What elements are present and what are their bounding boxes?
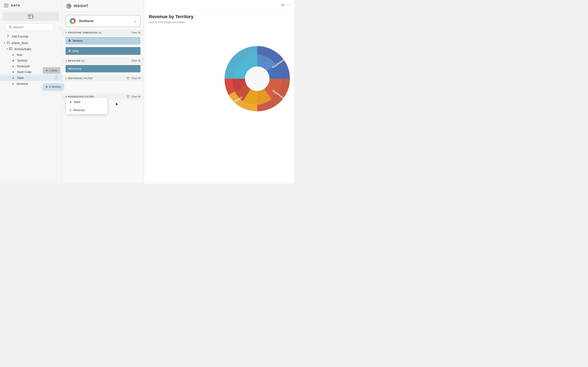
revenue-measure-chip[interactable]: # Revenue <box>66 65 140 72</box>
field-territory[interactable]: A Territory <box>0 58 62 63</box>
chevron-down-icon: ▾ <box>4 42 5 44</box>
add-formula-label: Add Formula <box>12 35 28 38</box>
chart-type-selector[interactable]: Sunburst ⌄ <box>66 15 140 27</box>
measure-chevron-icon: ▾ <box>66 59 67 62</box>
numeric-icon-territoryid: # <box>12 65 14 68</box>
field-territory-label: Territory <box>17 59 27 62</box>
table-add-icon <box>28 14 34 19</box>
cursor-indicator <box>115 102 119 106</box>
back-button[interactable]: ↩ <box>281 2 285 7</box>
search-icon <box>9 25 12 29</box>
svg-point-21 <box>245 67 269 91</box>
individual-filter-chevron-icon: ▾ <box>66 77 67 80</box>
svg-line-6 <box>11 28 12 29</box>
dataset-item[interactable]: ▾ Online_Store <box>0 40 62 46</box>
svg-point-14 <box>72 20 74 22</box>
header-bar: DATA <box>0 0 62 11</box>
table-item[interactable]: ▾ TerritorySales <box>0 46 62 52</box>
measure-title: MEASURE (1) <box>68 59 131 62</box>
grouping-clear-all-button[interactable]: Clear All <box>131 31 140 34</box>
table-label: TerritorySales <box>14 48 31 51</box>
field-revenue-label: Revenue <box>17 82 28 85</box>
table-icon <box>9 47 12 51</box>
dropdown-item-revenue[interactable]: # Revenue <box>66 106 107 114</box>
grouping-dimension-title: GROUPING DIMENSION (1) <box>68 31 131 34</box>
sunburst-chart: Southwest Southeast Northwest Ter <box>216 38 294 119</box>
aggregate-filter-title: AGGREGATE FILTER <box>68 95 126 98</box>
page-title: DATA <box>11 4 20 7</box>
dropdown-state-label: State <box>74 100 80 104</box>
chart-type-label: Sunburst <box>79 19 134 23</box>
right-panel: ↩ ↪ Revenue by Territory Click to Edit I… <box>144 0 294 184</box>
aggregate-filter-clear-all-button[interactable]: Clear All <box>131 95 140 98</box>
measure-header: ▾ MEASURE (1) Clear All <box>62 58 144 64</box>
dropdown-revenue-label: Revenue <box>73 108 85 112</box>
text-icon-territory: A <box>12 59 14 62</box>
field-year-label: Year <box>17 53 22 57</box>
state-chip-icon: A <box>68 49 71 53</box>
numeric-icon-year: # <box>12 53 14 57</box>
grouping-dimension-header: ▾ GROUPING DIMENSION (1) Clear All <box>62 30 144 36</box>
dataset-icon <box>7 41 10 45</box>
numeric-icon-revenue: # <box>12 82 14 85</box>
sunburst-preview-icon <box>69 17 77 25</box>
menu-icon[interactable] <box>4 4 9 7</box>
info-icon-state: ⓘ <box>55 76 58 80</box>
field-territoryid[interactable]: # TerritoryID <box>0 63 62 69</box>
territory-chip-icon: A <box>68 39 71 43</box>
add-table-button[interactable] <box>3 12 59 21</box>
revenue-chip-icon: # <box>68 67 70 70</box>
add-formula-item[interactable]: Add Formula <box>0 33 62 40</box>
search-row: ▾ ⋮ <box>0 23 62 31</box>
grouping-chevron-icon: ▾ <box>66 31 67 34</box>
individual-filter-header: ▾ INDIVIDUAL FILTER Clear All <box>62 75 144 81</box>
svg-rect-9 <box>9 48 12 50</box>
field-revenue[interactable]: # Revenue <box>0 81 62 87</box>
state-chip-label: State <box>72 49 79 53</box>
label-ter: Ter <box>290 77 293 79</box>
svg-rect-0 <box>28 15 33 18</box>
field-state-label: State <box>17 76 24 80</box>
insight-title: INSIGHT <box>74 4 88 8</box>
insight-header: INSIGHT <box>62 0 144 12</box>
filter-list-icon <box>126 77 130 80</box>
left-panel: DATA ▾ ⋮ <box>0 0 62 184</box>
text-icon-state: A <box>12 76 14 80</box>
text-icon-statecode: A <box>12 71 14 74</box>
table-icon-container <box>0 11 62 22</box>
field-territoryid-label: TerritoryID <box>17 65 30 68</box>
insight-info: Revenue by Territory Click to Edit Insig… <box>144 10 294 26</box>
aggregate-filter-list-icon <box>126 95 130 98</box>
dropdown-revenue-icon: # <box>70 108 71 112</box>
right-header: ↩ ↪ <box>144 0 294 10</box>
data-tree: Add Formula ▾ Online_Store ▾ <box>0 32 62 184</box>
insight-name: Revenue by Territory <box>149 14 289 19</box>
dropdown-state-icon: A <box>70 100 72 104</box>
field-statecode-label: State Code <box>17 70 31 74</box>
territory-chip-label: Territory <box>72 39 83 42</box>
aggregate-filter-chevron-icon: ▾ <box>66 95 67 98</box>
individual-filter-clear-all-button[interactable]: Clear All <box>131 77 140 80</box>
forward-button[interactable]: ↪ <box>287 2 291 7</box>
field-year[interactable]: # Year <box>0 52 62 58</box>
revenue-chip-label: Revenue <box>70 67 81 70</box>
insight-description[interactable]: Click to Edit Insight Description <box>149 21 289 24</box>
formula-icon <box>7 34 10 39</box>
chart-type-dropdown-arrow[interactable]: ⌄ <box>134 19 137 23</box>
dropdown-item-state[interactable]: A State <box>66 98 107 106</box>
field-state[interactable]: A State ⓘ <box>0 75 62 81</box>
dataset-label: Online_Store <box>11 42 28 45</box>
chevron-down-icon-2: ▾ <box>7 48 8 50</box>
state-dimension-chip[interactable]: A State <box>66 47 140 55</box>
middle-panel: INSIGHT Sunburst ⌄ ▾ GROUPING DIMENSION … <box>62 0 144 184</box>
individual-filter-title: INDIVIDUAL FILTER <box>68 77 126 80</box>
field-state-code[interactable]: A State Code <box>0 69 62 75</box>
measure-clear-all-button[interactable]: Clear All <box>131 59 140 62</box>
chart-container: Southwest Southeast Northwest Ter <box>144 26 294 184</box>
context-dropdown: A State # Revenue <box>66 98 107 114</box>
insight-chart-icon <box>66 3 72 9</box>
drag-overlay: A A Territory A A State <box>62 0 144 184</box>
search-bar[interactable]: ▾ <box>6 24 53 31</box>
search-input[interactable] <box>15 25 50 29</box>
territory-dimension-chip[interactable]: A Territory <box>66 37 140 45</box>
